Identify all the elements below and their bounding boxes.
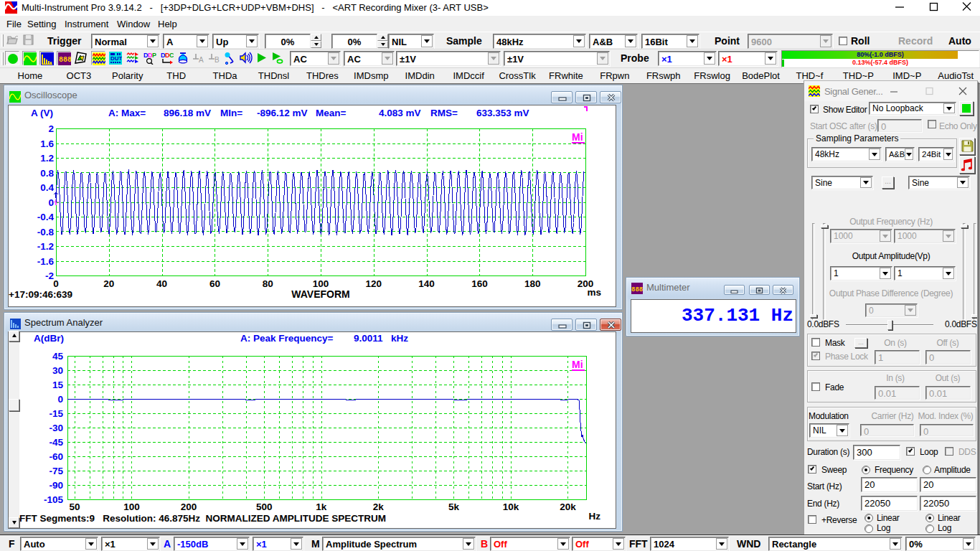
svg-text:20: 20 xyxy=(103,278,114,289)
svg-text:DUT: DUT xyxy=(110,55,122,62)
svg-text:A(dBr): A(dBr) xyxy=(34,333,64,344)
svg-text:30: 30 xyxy=(52,365,63,376)
svg-text:-1.6: -1.6 xyxy=(37,256,55,267)
svg-text:180: 180 xyxy=(524,278,541,289)
svg-text:0: 0 xyxy=(53,278,59,289)
svg-text:888: 888 xyxy=(59,56,71,64)
svg-text:-0.4: -0.4 xyxy=(37,212,55,222)
svg-text:200: 200 xyxy=(181,501,197,512)
svg-text:2: 2 xyxy=(48,123,54,134)
svg-text:-0.8: -0.8 xyxy=(37,227,55,237)
svg-text:2k: 2k xyxy=(373,501,385,512)
svg-text:896.18 mV: 896.18 mV xyxy=(164,108,211,118)
svg-text:Hz: Hz xyxy=(589,511,601,522)
svg-text:40: 40 xyxy=(156,278,167,289)
svg-text:-105: -105 xyxy=(44,494,64,505)
svg-text:A: A xyxy=(199,56,204,64)
svg-text:100: 100 xyxy=(123,501,140,512)
svg-text:80: 80 xyxy=(263,278,273,289)
svg-text:-896.12 mV: -896.12 mV xyxy=(257,108,308,118)
svg-text:0: 0 xyxy=(48,197,54,208)
svg-text:140: 140 xyxy=(418,278,435,289)
svg-text:P: P xyxy=(152,52,156,59)
svg-text:FFT Segments:9 Resolution: 4: FFT Segments:9 Resolution: 46.875Hz NORM… xyxy=(19,513,386,524)
svg-text:160: 160 xyxy=(471,278,488,289)
svg-text:-90: -90 xyxy=(49,480,63,491)
svg-text:633.353 mV: 633.353 mV xyxy=(476,108,529,118)
svg-text:120: 120 xyxy=(366,278,382,289)
svg-text:10k: 10k xyxy=(503,501,519,512)
svg-text:100: 100 xyxy=(313,278,329,289)
svg-text:888: 888 xyxy=(631,286,643,293)
svg-text:60: 60 xyxy=(209,278,220,289)
svg-text:-2: -2 xyxy=(45,270,54,281)
svg-text:+17:09:46:639: +17:09:46:639 xyxy=(9,289,72,300)
svg-text:20k: 20k xyxy=(560,501,576,512)
svg-text:A: Peak Frequency=: A: Peak Frequency= xyxy=(240,333,334,344)
svg-text:-75: -75 xyxy=(49,466,63,476)
svg-text:RMS=: RMS= xyxy=(430,108,458,118)
svg-text:1k: 1k xyxy=(316,501,327,512)
svg-text:Mi: Mi xyxy=(572,131,583,143)
svg-text:-15: -15 xyxy=(49,408,63,419)
svg-text:-45: -45 xyxy=(49,437,63,448)
svg-text:15: 15 xyxy=(52,380,64,390)
svg-text:1.2: 1.2 xyxy=(40,153,54,164)
svg-text:500: 500 xyxy=(256,501,273,512)
svg-text:45: 45 xyxy=(52,351,64,362)
svg-text:50: 50 xyxy=(69,501,80,512)
svg-text:0: 0 xyxy=(57,394,63,405)
svg-text:1.6: 1.6 xyxy=(40,138,54,149)
svg-text:Mi: Mi xyxy=(572,359,583,370)
svg-text:kHz: kHz xyxy=(391,333,408,344)
svg-text:4.083 mV: 4.083 mV xyxy=(379,108,421,118)
svg-text:5k: 5k xyxy=(448,501,460,512)
svg-text:-1.2: -1.2 xyxy=(37,241,54,252)
svg-text:B: B xyxy=(215,56,220,64)
svg-text:-60: -60 xyxy=(49,451,63,462)
svg-text:A (V): A (V) xyxy=(31,108,53,118)
svg-text:0.4: 0.4 xyxy=(40,182,54,193)
svg-text:MIn=: MIn= xyxy=(220,108,242,118)
svg-text:ms: ms xyxy=(587,287,601,298)
svg-text:0.8: 0.8 xyxy=(40,168,54,179)
svg-text:C: C xyxy=(169,52,174,59)
svg-text:Mean=: Mean= xyxy=(316,108,347,118)
svg-text:-30: -30 xyxy=(49,423,63,433)
svg-text:9.0011: 9.0011 xyxy=(354,333,383,344)
svg-text:WAVEFORM: WAVEFORM xyxy=(291,288,349,300)
svg-text:A: Max=: A: Max= xyxy=(108,108,146,118)
